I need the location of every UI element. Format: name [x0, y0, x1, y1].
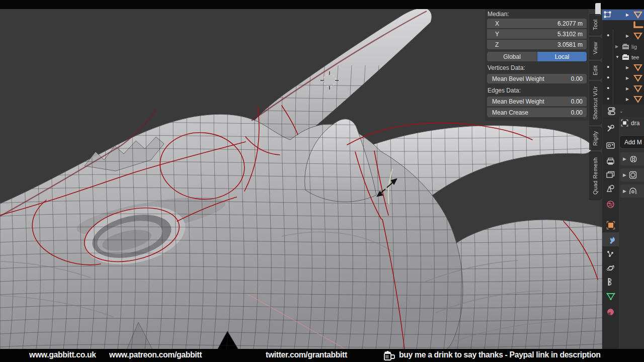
- dot-icon: ●: [607, 64, 609, 69]
- transform-panel: Median: X 6.2077 m Y 5.3102 m Z 3.0581 m…: [485, 9, 589, 121]
- expand-arrow-icon[interactable]: ▶: [626, 97, 629, 102]
- modifier-shrinkwrap-row[interactable]: ▶: [620, 185, 644, 198]
- outliner: ▶ ● ▶ ▶ lig ▼: [602, 9, 644, 117]
- tab-edit[interactable]: Edit: [589, 61, 602, 79]
- median-y-field[interactable]: Y 5.3102 m: [487, 29, 587, 39]
- chevron-down-icon[interactable]: ⌄: [619, 109, 623, 114]
- expand-arrow-icon[interactable]: ▶: [626, 76, 629, 80]
- modifier-mirror-row[interactable]: ▶: [620, 152, 644, 165]
- tab-physics-properties[interactable]: [602, 261, 619, 275]
- physics-icon: [606, 264, 615, 273]
- armature-icon: [632, 21, 644, 30]
- add-modifier-button[interactable]: Add M: [620, 136, 644, 148]
- tool-icon: [606, 124, 615, 133]
- editmode-data-icon: [604, 11, 612, 19]
- mesh-data-icon: [606, 293, 615, 301]
- expand-arrow-icon[interactable]: ▶: [623, 189, 626, 194]
- tab-shortcut-vur[interactable]: Shortcut VUr: [589, 81, 602, 125]
- expand-arrow-icon[interactable]: ▶: [623, 156, 626, 161]
- material-icon: [606, 308, 615, 316]
- object-icon: [621, 119, 628, 127]
- outliner-row-active-mesh[interactable]: ▶: [602, 10, 644, 20]
- tab-render-properties[interactable]: [602, 138, 619, 152]
- object-icon: [606, 221, 615, 230]
- collapse-arrow-icon[interactable]: ▼: [615, 55, 619, 59]
- tab-tool[interactable]: Tool: [589, 14, 602, 35]
- vertices-mean-bevel-weight-field[interactable]: Mean Bevel Weight 0.00: [487, 74, 587, 83]
- outliner-row-collection-teeth[interactable]: ▼ tee: [602, 52, 644, 62]
- constraints-icon: [606, 278, 615, 286]
- vertices-data-label: Vertices Data:: [488, 64, 525, 71]
- outliner-row-mesh[interactable]: ● ▶: [602, 62, 644, 73]
- beer-mug-icon: [383, 351, 395, 360]
- local-button[interactable]: Local: [537, 52, 587, 61]
- expand-arrow-icon[interactable]: ▶: [623, 172, 626, 177]
- tab-view-layer-properties[interactable]: [602, 167, 619, 182]
- tab-view[interactable]: View: [589, 37, 602, 59]
- outliner-row-mesh[interactable]: ● ▶: [602, 94, 644, 105]
- tab-output-properties[interactable]: [602, 154, 619, 168]
- tab-constraint-properties[interactable]: [602, 275, 619, 289]
- outliner-row-mesh[interactable]: ● ▶: [602, 83, 644, 94]
- output-icon: [606, 157, 615, 165]
- tab-material-properties[interactable]: [602, 305, 619, 319]
- top-letterbox-bar: [0, 0, 644, 9]
- footer-bar: www.gabbitt.co.uk www.patreon.com/gabbit…: [0, 349, 644, 362]
- expand-arrow-icon[interactable]: ▶: [615, 44, 618, 49]
- properties-editor: dra Add M ▶ ▶ ▶: [602, 117, 644, 349]
- outliner-row-armature[interactable]: [602, 20, 644, 31]
- mesh-icon: [633, 11, 642, 19]
- dot-icon: ●: [607, 85, 609, 90]
- mesh-icon: [633, 74, 642, 82]
- twitter-link: twitter.com/grantabbitt: [266, 350, 347, 360]
- expand-arrow-icon[interactable]: ▶: [626, 65, 629, 70]
- edges-data-label: Edges Data:: [488, 87, 521, 94]
- mesh-icon: [633, 96, 642, 103]
- scene-icon: [606, 185, 615, 193]
- mesh-icon: [633, 32, 642, 40]
- expand-arrow-icon[interactable]: ▶: [626, 13, 629, 17]
- global-button[interactable]: Global: [487, 52, 537, 61]
- mirror-modifier-icon: [629, 155, 638, 163]
- collection-label: lig: [631, 44, 637, 50]
- tab-rigify[interactable]: Rigify: [589, 127, 602, 150]
- dot-icon: ●: [607, 33, 609, 38]
- patreon-link: www.patreon.com/gabbitt: [109, 350, 202, 360]
- view-layer-icon: [606, 171, 615, 178]
- mesh-icon: [633, 64, 642, 71]
- dot-icon: ●: [607, 96, 609, 101]
- tab-quad-remesh[interactable]: Quad Remesh: [589, 152, 602, 200]
- donate-text: buy me a drink to say thanks - Paypal li…: [399, 350, 601, 360]
- median-z-field[interactable]: Z 3.0581 m: [487, 40, 587, 49]
- expand-arrow-icon[interactable]: ▶: [626, 34, 629, 38]
- properties-content: dra Add M ▶ ▶ ▶: [619, 117, 644, 349]
- world-icon: [606, 200, 615, 209]
- blender-window: Median: X 6.2077 m Y 5.3102 m Z 3.0581 m…: [0, 0, 644, 362]
- mean-crease-field[interactable]: Mean Crease 0.00: [487, 108, 587, 117]
- median-label: Median:: [488, 11, 509, 18]
- tab-scene-properties[interactable]: [602, 182, 619, 196]
- tab-modifier-properties[interactable]: [602, 232, 619, 246]
- properties-tab-column: [602, 117, 619, 349]
- shrinkwrap-modifier-icon: [629, 187, 637, 195]
- median-x-field[interactable]: X 6.2077 m: [487, 19, 587, 28]
- outliner-row-mesh[interactable]: ● ▶: [602, 31, 644, 41]
- tab-object-properties[interactable]: [602, 218, 619, 232]
- tab-object-data-properties[interactable]: [602, 290, 619, 304]
- outliner-row-collection-light[interactable]: ▶ lig: [602, 41, 644, 52]
- breadcrumb-object-name[interactable]: dra: [631, 120, 639, 127]
- particles-icon: [606, 250, 615, 258]
- tab-particle-properties[interactable]: [602, 247, 619, 261]
- mesh-icon: [633, 85, 642, 93]
- outliner-row-mesh[interactable]: ● ▶: [602, 73, 644, 83]
- edges-mean-bevel-weight-field[interactable]: Mean Bevel Weight 0.00: [487, 97, 587, 106]
- tab-tool-properties[interactable]: [602, 121, 619, 135]
- collection-icon: [622, 43, 629, 50]
- filter-icon[interactable]: [608, 107, 618, 115]
- tab-world-properties[interactable]: [602, 197, 619, 211]
- collection-label: tee: [631, 54, 639, 60]
- collection-icon: [622, 54, 629, 60]
- expand-arrow-icon[interactable]: ▶: [626, 86, 629, 91]
- outliner-filter-bar: ⌄: [602, 105, 644, 117]
- modifier-subdivision-row[interactable]: ▶: [620, 168, 644, 182]
